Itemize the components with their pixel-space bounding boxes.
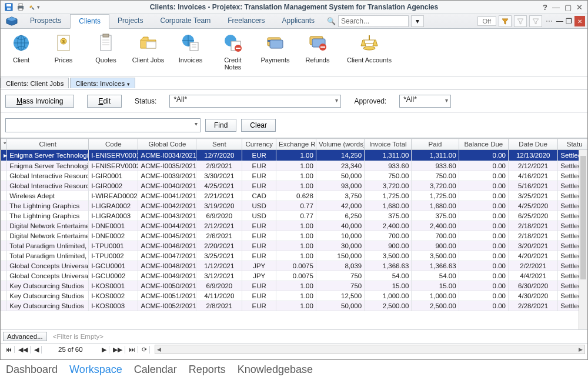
col-code[interactable]: Code: [89, 139, 138, 150]
bn-dashboard[interactable]: Dashboard: [6, 364, 58, 376]
subtab-clients-invoices[interactable]: Clients: Invoices▾: [70, 78, 135, 88]
mass-invoicing-button[interactable]: Mass Invoicing: [5, 95, 74, 108]
col-volume[interactable]: Volume (words): [316, 139, 364, 150]
subtab-client-jobs[interactable]: Clients: Client Jobs: [1, 78, 69, 88]
grid-header-row: * Client Code Global Code Sent Currency …: [1, 139, 588, 150]
ribbon-payments[interactable]: Payments: [258, 31, 292, 64]
col-sent[interactable]: Sent: [196, 139, 242, 150]
quick-print-icon[interactable]: [16, 2, 25, 12]
overflow-icon[interactable]: ⋯: [544, 17, 554, 25]
col-date-due[interactable]: Date Due: [508, 139, 557, 150]
ribbon-prices[interactable]: $ Prices: [46, 31, 81, 64]
filter-footer: Advanced... <Filter is Empty>: [1, 329, 587, 343]
inner-close-icon[interactable]: ✕: [574, 16, 585, 26]
approved-combo[interactable]: *All*▾: [399, 95, 451, 108]
nav-prev-icon[interactable]: ◀: [32, 346, 42, 354]
table-row[interactable]: The Lightning GraphicsI-LIGRA0003ACME-I0…: [1, 211, 588, 221]
col-invoice-total[interactable]: Invoice Total: [365, 139, 412, 150]
table-row[interactable]: Digital Network EntertaimeI-DNE0001ACME-…: [1, 221, 588, 231]
bn-workspace[interactable]: Workspace: [69, 364, 122, 376]
search-dropdown-icon[interactable]: ▾: [411, 15, 424, 27]
funnel-off-2-icon[interactable]: [529, 15, 542, 27]
col-currency[interactable]: Currency: [242, 139, 276, 150]
col-indicator[interactable]: *: [1, 139, 7, 150]
status-combo[interactable]: *All*▾: [169, 95, 341, 108]
help-icon[interactable]: ?: [543, 3, 547, 12]
col-balance-due[interactable]: Balance Due: [459, 139, 508, 150]
table-row[interactable]: ▸Enigma Server TechnologiesI-ENISERV0001…: [1, 150, 588, 161]
bn-calendar[interactable]: Calendar: [134, 364, 177, 376]
table-row[interactable]: The Lightning GraphicsI-LIGRA0002ACME-I0…: [1, 201, 588, 211]
bn-reports[interactable]: Reports: [189, 364, 226, 376]
title-bar: ▾ Clients: Invoices - Projetex: Translat…: [1, 1, 587, 14]
table-row[interactable]: Global Concepts UniversalI-GCU0001ACME-I…: [1, 261, 588, 271]
ribbon-client[interactable]: Client: [4, 31, 38, 64]
table-row[interactable]: Total Paradigm Unlimited, II-TPU0001ACME…: [1, 241, 588, 251]
table-row[interactable]: Digital Network EntertaimeI-DNE0002ACME-…: [1, 231, 588, 241]
table-row[interactable]: Global Interactive ResourceI-GIR0002ACME…: [1, 181, 588, 191]
nav-next-icon[interactable]: ▶: [99, 346, 109, 354]
ribbon: Client $ Prices Quotes Client Jobs Invoi…: [1, 29, 587, 76]
col-client[interactable]: Client: [7, 139, 89, 150]
col-status[interactable]: Statu: [558, 139, 587, 150]
vertical-scrollbar[interactable]: [579, 150, 587, 329]
table-row[interactable]: Wireless AdeptI-WIREAD0002ACME-I0041/202…: [1, 191, 588, 201]
search-input[interactable]: [338, 15, 409, 27]
ribbon-client-jobs[interactable]: Client Jobs: [131, 31, 165, 64]
tab-freelancers[interactable]: Freelancers: [219, 14, 273, 28]
maximize-icon[interactable]: ▢: [564, 3, 572, 12]
ribbon-refunds[interactable]: Refunds: [300, 31, 335, 64]
table-row[interactable]: Key Outsourcing StudiosI-KOS0001ACME-I00…: [1, 281, 588, 291]
quick-tools-icon[interactable]: [28, 2, 37, 12]
clear-button[interactable]: Clear: [241, 119, 276, 132]
col-paid[interactable]: Paid: [412, 139, 459, 150]
ribbon-quotes[interactable]: Quotes: [89, 31, 123, 64]
svg-rect-6: [32, 7, 35, 10]
tab-clients[interactable]: Clients: [70, 14, 109, 29]
nav-next-page-icon[interactable]: ▶▶: [111, 346, 125, 354]
col-exchange-rate[interactable]: Exchange Ra: [276, 139, 316, 150]
inner-restore-icon[interactable]: ❐: [566, 17, 572, 25]
nav-refresh-icon[interactable]: ⟳: [139, 346, 150, 354]
invoice-grid: * Client Code Global Code Sent Currency …: [1, 138, 587, 329]
status-off-toggle[interactable]: Off: [477, 16, 496, 26]
search-icon[interactable]: 🔍: [327, 17, 336, 25]
view-subtabs: Clients: Client Jobs Clients: Invoices▾: [1, 76, 587, 90]
tab-projects[interactable]: Projects: [109, 14, 152, 28]
nav-last-icon[interactable]: ⏭: [126, 346, 138, 353]
svg-rect-21: [190, 42, 198, 51]
col-global-code[interactable]: Global Code: [138, 139, 196, 150]
ribbon-invoices[interactable]: Invoices: [173, 31, 208, 64]
bn-knowledgebase[interactable]: Knowledgebase: [238, 364, 313, 376]
tab-prospects[interactable]: Prospects: [22, 14, 70, 28]
tab-corporate-team[interactable]: Corporate Team: [152, 14, 219, 28]
filter-toggle-icon[interactable]: [499, 15, 512, 27]
nav-position: 25 of 60: [44, 346, 97, 353]
table-row[interactable]: Key Outsourcing StudiosI-KOS0003ACME-I00…: [1, 301, 588, 311]
funnel-off-1-icon[interactable]: [514, 15, 527, 27]
refunds-icon: [306, 31, 329, 55]
table-row[interactable]: Enigma Server TechnologiesI-ENISERV0002A…: [1, 161, 588, 171]
table-row[interactable]: Global Interactive ResourceI-GIR0001ACME…: [1, 171, 588, 181]
quick-save-icon[interactable]: [4, 2, 14, 12]
nav-prev-page-icon[interactable]: ◀◀: [16, 346, 31, 354]
advanced-button[interactable]: Advanced...: [3, 332, 47, 341]
app-icon[interactable]: [2, 14, 22, 28]
close-icon[interactable]: ✕: [576, 3, 583, 12]
ribbon-client-accounts[interactable]: Client Accounts: [343, 31, 396, 64]
table-row[interactable]: Total Paradigm Unlimited, II-TPU0002ACME…: [1, 251, 588, 261]
minimize-icon[interactable]: —: [552, 3, 560, 12]
nav-first-icon[interactable]: ⏮: [3, 346, 15, 353]
edit-button[interactable]: Edit: [87, 95, 122, 108]
tab-applicants[interactable]: Applicants: [274, 14, 323, 28]
record-navigator: ⏮ ◀◀ ◀ 25 of 60 ▶ ▶▶ ⏭ ⟳ ◀▶: [1, 343, 587, 355]
quick-dropdown-icon[interactable]: ▾: [37, 4, 40, 10]
find-button[interactable]: Find: [205, 119, 236, 132]
ribbon-credit-notes[interactable]: Credit Notes: [216, 31, 250, 71]
table-row[interactable]: Key Outsourcing StudiosI-KOS0002ACME-I00…: [1, 291, 588, 301]
inner-minimize-icon[interactable]: —: [556, 17, 563, 25]
table-row[interactable]: Global Concepts UniversalI-GCU0002ACME-I…: [1, 271, 588, 281]
horizontal-scrollbar[interactable]: ◀▶: [155, 345, 585, 354]
find-input[interactable]: ▾: [5, 118, 201, 132]
chevron-down-icon[interactable]: ▾: [127, 81, 130, 87]
